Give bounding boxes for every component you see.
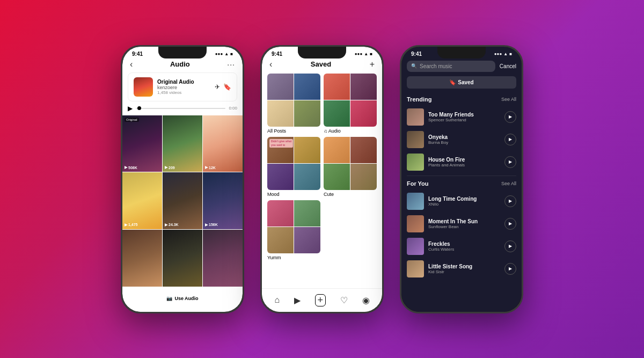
track-artist-4: XNilo (428, 202, 500, 207)
track-artist-7: Kid Sistr (428, 269, 500, 274)
video-cell-6[interactable]: ▶ 156K (203, 172, 243, 229)
foryou-track-1[interactable]: Long Time Coming XNilo ▶ (401, 190, 522, 213)
bookmark-icon[interactable]: 🔖 (223, 83, 231, 91)
track-info-2: Onyeka Burna Boy (428, 134, 500, 145)
foryou-track-3[interactable]: Freckles Curtis Waters ▶ (401, 235, 522, 258)
battery-icon-2: ■ (370, 52, 372, 56)
play-circle-4[interactable]: ▶ (504, 195, 516, 207)
play-circle-3[interactable]: ▶ (504, 156, 516, 168)
progress-bar[interactable] (136, 108, 225, 109)
back-button-2[interactable]: ‹ (269, 60, 272, 69)
tab-home[interactable]: ⌂ (274, 295, 280, 305)
play-circle-7[interactable]: ▶ (504, 263, 516, 275)
search-placeholder: Search music (420, 63, 452, 69)
trending-see-all[interactable]: See All (501, 97, 516, 102)
video-cell-3[interactable]: ▶ 12K (203, 115, 243, 172)
video-cell-8[interactable] (163, 230, 202, 287)
track-name-1: Too Many Friends (428, 112, 500, 118)
send-icon[interactable]: ✈ (215, 83, 220, 91)
track-artist-3: Plants and Animals (428, 163, 500, 167)
duration-label: 0:00 (229, 106, 237, 111)
back-button-1[interactable]: ‹ (130, 60, 133, 69)
foryou-track-4[interactable]: Little Sister Song Kid Sistr ▶ (401, 258, 522, 280)
saved-title: Saved (311, 60, 331, 68)
track-info: Original Audio kenzoere 1,458 videos (157, 79, 210, 95)
video-grid: Original ▶ 508K ▶ 209 ▶ 12K ▶ 1,475 ▶ 24… (122, 115, 243, 287)
thumb-cell (350, 100, 377, 127)
track-name: Original Audio (157, 79, 210, 85)
video-views-1: ▶ 508K (125, 165, 137, 170)
collection-mood[interactable]: Didn't give whatyou said to Mood (267, 137, 320, 197)
video-cell-1[interactable]: Original ▶ 508K (122, 115, 162, 172)
audio-music-icon: ♫ (324, 128, 328, 134)
video-cell-9[interactable] (203, 230, 243, 287)
status-icons-2: ●●● ▲ ■ (355, 52, 372, 56)
search-bar[interactable]: 🔍 Search music (407, 61, 495, 72)
add-button-2[interactable]: + (370, 60, 375, 69)
phone-saved: 9:41 ●●● ▲ ■ ‹ Saved + (260, 45, 384, 313)
status-icons-1: ●●● ▲ ■ (215, 52, 233, 56)
thumb-cell (324, 100, 350, 127)
trending-track-1[interactable]: Too Many Friends Spencer Sutherland ▶ (401, 106, 522, 128)
status-time-2: 9:41 (272, 51, 282, 57)
for-you-title: For You (407, 180, 429, 187)
for-you-see-all[interactable]: See All (501, 181, 516, 186)
music-search-header: 🔍 Search music Cancel (401, 59, 522, 76)
status-time-1: 9:41 (132, 51, 143, 57)
foryou-track-2[interactable]: Moment In The Sun Sunflower Bean ▶ (401, 213, 522, 235)
saved-tab[interactable]: 🔖 Saved (407, 76, 516, 89)
cancel-button[interactable]: Cancel (500, 63, 516, 69)
play-circle-6[interactable]: ▶ (504, 240, 516, 252)
search-icon: 🔍 (411, 63, 417, 69)
track-info-6: Freckles Curtis Waters (428, 241, 500, 252)
collection-cute[interactable]: Cute (324, 137, 377, 197)
trending-section-header: Trending See All (401, 94, 522, 106)
collection-all-posts[interactable]: All Posts (267, 74, 320, 134)
status-icons-3: ●●● ▲ ■ (494, 52, 512, 56)
thumb-cell (267, 100, 294, 127)
bookmark-icon-music: 🔖 (449, 79, 456, 85)
trending-track-2[interactable]: Onyeka Burna Boy ▶ (401, 128, 522, 151)
collections-grid: All Posts ♫ Audio (262, 74, 382, 277)
video-cell-7[interactable] (122, 230, 162, 287)
wifi-icon-2: ▲ (364, 52, 368, 56)
track-info-4: Long Time Coming XNilo (428, 196, 500, 207)
signal-icon-1: ●●● (215, 52, 223, 56)
camera-icon: 📷 (166, 296, 172, 301)
more-button-1[interactable]: ··· (227, 60, 235, 69)
video-cell-4[interactable]: ▶ 1,475 (122, 172, 162, 229)
play-circle-5[interactable]: ▶ (504, 218, 516, 230)
play-circle-2[interactable]: ▶ (504, 134, 516, 145)
use-audio-button[interactable]: 📷 Use Audio (158, 293, 207, 304)
audio-thumb (324, 74, 377, 127)
track-actions: ✈ 🔖 (215, 83, 231, 91)
mood-thumb: Didn't give whatyou said to (267, 137, 320, 190)
trending-title: Trending (407, 96, 431, 103)
tab-profile[interactable]: ◉ (362, 295, 370, 305)
audio-title: Audio (170, 60, 190, 68)
play-button[interactable]: ▶ (128, 105, 133, 112)
track-name-2: Onyeka (428, 134, 500, 140)
status-bar-2: 9:41 ●●● ▲ ■ (262, 47, 382, 59)
video-views-6: ▶ 156K (205, 223, 218, 227)
video-views-5: ▶ 24.3K (165, 223, 179, 227)
track-artist-2: Burna Boy (428, 140, 500, 145)
video-cell-2[interactable]: ▶ 209 (163, 115, 202, 172)
tab-new-post[interactable]: + (315, 294, 326, 306)
video-cell-5[interactable]: ▶ 24.3K (163, 172, 202, 229)
play-circle-1[interactable]: ▶ (504, 111, 516, 123)
track-thumb-2 (407, 131, 424, 148)
wifi-icon-1: ▲ (224, 52, 229, 56)
thumb-cell (294, 137, 320, 163)
tab-heart[interactable]: ♡ (340, 295, 348, 305)
thumb-cell (267, 200, 294, 227)
trending-track-3[interactable]: House On Fire Plants and Animals ▶ (401, 151, 522, 173)
track-thumb-1 (407, 108, 424, 126)
collection-yumm[interactable]: Yumm (267, 200, 320, 260)
section-divider (407, 176, 516, 176)
collection-audio[interactable]: ♫ Audio (324, 74, 377, 134)
tab-reels[interactable]: ▶ (294, 295, 301, 305)
track-name-4: Long Time Coming (428, 196, 500, 202)
thumb-cell (324, 137, 350, 163)
progress-dot (137, 106, 141, 110)
